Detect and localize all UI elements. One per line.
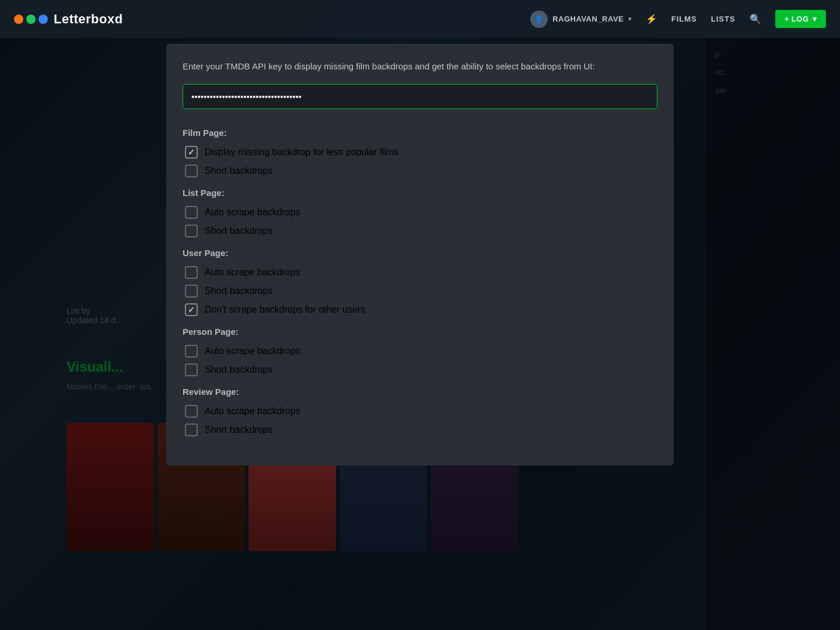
review-page-section: Review Page: Auto scrape backdrops Short… (183, 387, 657, 436)
list-auto-scrape-label: Auto scrape backdrops (205, 207, 300, 218)
person-auto-scrape-checkbox[interactable] (185, 345, 198, 358)
user-short-backdrops-row: Short backdrops (185, 285, 657, 298)
list-page-label: List Page: (183, 188, 657, 198)
user-dont-scrape-row: Don't scrape backdrops for other users (185, 303, 657, 316)
user-short-backdrops-checkbox[interactable] (185, 285, 198, 298)
review-short-backdrops-label: Short backdrops (205, 425, 273, 435)
log-chevron-icon: ▾ (813, 15, 817, 23)
user-pill[interactable]: 👤 RAGHAVAN_RAVE ▾ (530, 10, 632, 28)
user-auto-scrape-checkbox[interactable] (185, 266, 198, 279)
logo-area: Letterboxd (14, 12, 519, 27)
logo-dot-orange (14, 15, 23, 24)
review-auto-scrape-label: Auto scrape backdrops (205, 406, 300, 416)
person-page-section: Person Page: Auto scrape backdrops Short… (183, 327, 657, 376)
list-auto-scrape-row: Auto scrape backdrops (185, 206, 657, 219)
film-page-section: Film Page: Display missing backdrop for … (183, 128, 657, 177)
list-auto-scrape-checkbox[interactable] (185, 206, 198, 219)
logo-dots (14, 15, 48, 24)
film-short-backdrops-row: Short backdrops (185, 164, 657, 177)
user-page-label: User Page: (183, 248, 657, 258)
search-icon[interactable]: 🔍 (750, 13, 761, 24)
list-short-backdrops-label: Short backdrops (205, 226, 273, 236)
user-dont-scrape-label: Don't scrape backdrops for other users (205, 304, 365, 315)
person-short-backdrops-label: Short backdrops (205, 365, 273, 375)
person-short-backdrops-row: Short backdrops (185, 363, 657, 376)
navbar: Letterboxd 👤 RAGHAVAN_RAVE ▾ ⚡ FILMS LIS… (0, 0, 840, 38)
user-auto-scrape-row: Auto scrape backdrops (185, 266, 657, 279)
user-auto-scrape-label: Auto scrape backdrops (205, 267, 300, 278)
film-display-missing-label: Display missing backdrop for less popula… (205, 147, 399, 158)
person-auto-scrape-label: Auto scrape backdrops (205, 346, 300, 356)
film-page-label: Film Page: (183, 128, 657, 138)
review-auto-scrape-row: Auto scrape backdrops (185, 405, 657, 418)
logo-dot-green (26, 15, 36, 24)
review-page-label: Review Page: (183, 387, 657, 397)
user-page-section: User Page: Auto scrape backdrops Short b… (183, 248, 657, 316)
person-auto-scrape-row: Auto scrape backdrops (185, 345, 657, 358)
user-short-backdrops-label: Short backdrops (205, 286, 273, 296)
person-short-backdrops-checkbox[interactable] (185, 363, 198, 376)
user-dont-scrape-checkbox[interactable] (185, 303, 198, 316)
user-chevron-icon: ▾ (628, 16, 632, 22)
person-page-label: Person Page: (183, 327, 657, 337)
username-label: RAGHAVAN_RAVE (552, 15, 624, 23)
lightning-icon[interactable]: ⚡ (646, 13, 657, 24)
lists-link[interactable]: LISTS (711, 15, 736, 23)
list-page-section: List Page: Auto scrape backdrops Short b… (183, 188, 657, 237)
nav-right: 👤 RAGHAVAN_RAVE ▾ ⚡ FILMS LISTS 🔍 + LOG … (530, 10, 826, 28)
film-display-missing-row: Display missing backdrop for less popula… (185, 146, 657, 159)
list-short-backdrops-row: Short backdrops (185, 225, 657, 237)
logo-dot-blue (38, 15, 48, 24)
logo-text: Letterboxd (54, 12, 123, 27)
avatar: 👤 (530, 10, 548, 28)
review-auto-scrape-checkbox[interactable] (185, 405, 198, 418)
log-button[interactable]: + LOG ▾ (775, 10, 826, 28)
review-short-backdrops-checkbox[interactable] (185, 424, 198, 436)
list-short-backdrops-checkbox[interactable] (185, 225, 198, 237)
log-button-label: + LOG (785, 15, 809, 23)
film-short-backdrops-label: Short backdrops (205, 166, 273, 176)
film-short-backdrops-checkbox[interactable] (185, 164, 198, 177)
films-link[interactable]: FILMS (671, 15, 697, 23)
review-short-backdrops-row: Short backdrops (185, 424, 657, 436)
api-key-input[interactable] (183, 84, 657, 109)
settings-modal: Enter your TMDB API key to display missi… (166, 44, 674, 466)
film-display-missing-checkbox[interactable] (185, 146, 198, 159)
modal-description: Enter your TMDB API key to display missi… (183, 60, 657, 74)
